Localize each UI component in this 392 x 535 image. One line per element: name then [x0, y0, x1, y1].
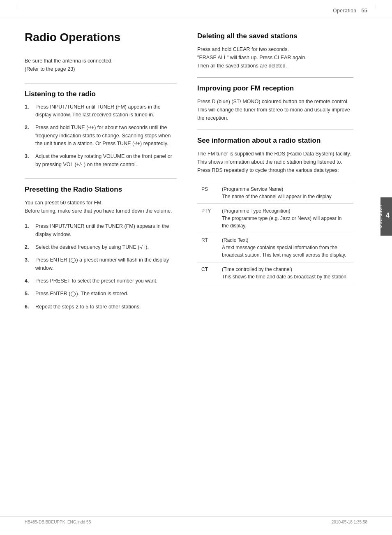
- improving-text: Press D (blue) (ST/ MONO) coloured butto…: [197, 97, 353, 122]
- right-column: Deleting all the saved stations Press an…: [189, 30, 378, 321]
- improving-divider: [197, 77, 353, 78]
- rds-desc-ps: (Programme Service Name)The name of the …: [218, 182, 353, 204]
- rds-code-ct: CT: [197, 262, 218, 284]
- side-tab-number: 4: [386, 212, 390, 219]
- presetting-step-2: 2. Select the desired frequency by using…: [25, 243, 177, 251]
- presetting-divider: [25, 178, 177, 179]
- rds-row-pty: PTY (Programme Type Recognition)The prog…: [197, 204, 353, 233]
- listening-step-2: 2. Press and hold TUNE (-/+) for about t…: [25, 124, 177, 148]
- rds-row-ct: CT (Time controlled by the channel)This …: [197, 262, 353, 284]
- footer-filename: HB485-DB.BDEUPPK_ENG.indd 55: [25, 520, 91, 524]
- side-tab: 4 Operation: [380, 197, 392, 236]
- rds-code-ps: PS: [197, 182, 218, 204]
- presetting-step-1: 1. Press INPUT/TUNER until the TUNER (FM…: [25, 222, 177, 239]
- enter-icon-5: [71, 292, 76, 296]
- rds-desc-rt: (Radio Text)A text message contains spec…: [218, 233, 353, 262]
- presetting-step-6: 6. Repeat the steps 2 to 5 to store othe…: [25, 303, 177, 311]
- corner-mark-tr: |: [374, 4, 376, 9]
- rds-row-rt: RT (Radio Text)A text message contains s…: [197, 233, 353, 262]
- header-section: Operation: [333, 8, 356, 14]
- footer-timestamp: 2010-05-18 1:35:58: [332, 520, 367, 524]
- deleting-heading: Deleting all the saved stations: [197, 32, 353, 40]
- page-container: | | Operation 55 4 Operation Radio Opera…: [0, 0, 392, 535]
- corner-mark-tl: |: [16, 4, 18, 9]
- enter-icon-3: [71, 258, 76, 263]
- presetting-heading: Presetting the Radio Stations: [25, 185, 177, 194]
- improving-heading: Improving poor FM reception: [197, 84, 353, 93]
- page-title: Radio Operations: [25, 30, 177, 44]
- presetting-intro: You can preset 50 stations for FM.Before…: [25, 199, 177, 215]
- rds-desc-ct: (Time controlled by the channel)This sho…: [218, 262, 353, 284]
- rds-table: PS (Programme Service Name)The name of t…: [197, 182, 353, 284]
- page-footer: HB485-DB.BDEUPPK_ENG.indd 55 2010-05-18 …: [0, 516, 392, 528]
- rds-code-rt: RT: [197, 233, 218, 262]
- presetting-steps: 1. Press INPUT/TUNER until the TUNER (FM…: [25, 222, 177, 311]
- rds-heading: See information about a radio station: [197, 137, 353, 145]
- left-column: Radio Operations Be sure that the antenn…: [0, 30, 189, 321]
- presetting-step-5: 5. Press ENTER (). The station is stored…: [25, 290, 177, 298]
- intro-text: Be sure that the antenna is connected.(R…: [25, 57, 177, 73]
- listening-steps: 1. Press INPUT/TUNER until TUNER (FM) ap…: [25, 103, 177, 169]
- listening-step-1: 1. Press INPUT/TUNER until TUNER (FM) ap…: [25, 103, 177, 119]
- listening-step-3: 3. Adjust the volume by rotating VOLUME …: [25, 153, 177, 169]
- rds-divider: [197, 130, 353, 130]
- rds-code-pty: PTY: [197, 204, 218, 233]
- side-tab-label: Operation: [378, 205, 383, 228]
- deleting-text: Press and hold CLEAR for two seconds."ER…: [197, 45, 353, 70]
- listening-heading: Listening to the radio: [25, 90, 177, 98]
- listening-divider: [25, 83, 177, 83]
- rds-intro: The FM tuner is supplied with the RDS (R…: [197, 150, 353, 174]
- presetting-step-4: 4. Press PRESET to select the preset num…: [25, 277, 177, 285]
- rds-row-ps: PS (Programme Service Name)The name of t…: [197, 182, 353, 204]
- presetting-step-3: 3. Press ENTER () a preset number will f…: [25, 256, 177, 272]
- content-area: Radio Operations Be sure that the antenn…: [0, 18, 392, 337]
- page-header: Operation 55: [0, 0, 392, 18]
- rds-desc-pty: (Programme Type Recognition)The programm…: [218, 204, 353, 233]
- header-page-number: 55: [362, 7, 367, 14]
